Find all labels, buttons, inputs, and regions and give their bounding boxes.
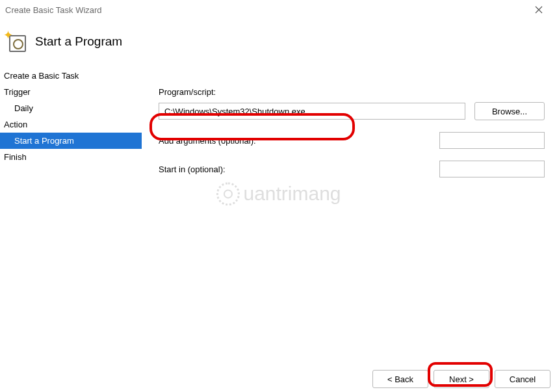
sidebar-item-label: Create a Basic Task xyxy=(4,71,79,81)
wizard-header: ✦ Start a Program xyxy=(0,20,557,68)
next-button[interactable]: Next > xyxy=(434,370,489,388)
wizard-footer: < Back Next > Cancel xyxy=(372,370,551,388)
page-title: Start a Program xyxy=(35,34,122,49)
wizard-sidebar: Create a Basic Task Trigger Daily Action… xyxy=(0,68,142,362)
sidebar-item-create-basic-task[interactable]: Create a Basic Task xyxy=(0,68,142,84)
program-script-label: Program/script: xyxy=(159,87,545,97)
sidebar-item-action[interactable]: Action xyxy=(0,116,142,133)
sidebar-item-start-a-program[interactable]: Start a Program xyxy=(0,133,142,149)
browse-button[interactable]: Browse... xyxy=(474,102,545,120)
sidebar-item-finish[interactable]: Finish xyxy=(0,149,142,165)
program-script-input[interactable] xyxy=(159,103,465,120)
titlebar: Create Basic Task Wizard xyxy=(0,0,557,20)
start-in-label: Start in (optional): xyxy=(159,164,439,174)
close-button[interactable] xyxy=(526,1,552,19)
start-in-input[interactable] xyxy=(439,161,545,177)
sidebar-item-daily[interactable]: Daily xyxy=(0,100,142,116)
wizard-icon: ✦ xyxy=(5,31,26,52)
sidebar-item-label: Finish xyxy=(4,152,27,162)
add-arguments-input[interactable] xyxy=(439,132,545,149)
window-title: Create Basic Task Wizard xyxy=(5,5,102,15)
back-button[interactable]: < Back xyxy=(372,370,428,388)
sidebar-item-label: Action xyxy=(4,120,27,129)
sidebar-item-label: Trigger xyxy=(4,87,31,97)
close-icon xyxy=(535,6,543,14)
wizard-content: Program/script: Browse... Add arguments … xyxy=(142,68,557,362)
sidebar-item-trigger[interactable]: Trigger xyxy=(0,84,142,100)
sidebar-item-label: Start a Program xyxy=(14,136,74,146)
sidebar-item-label: Daily xyxy=(14,103,33,113)
cancel-button[interactable]: Cancel xyxy=(495,370,551,388)
add-arguments-label: Add arguments (optional): xyxy=(159,136,439,146)
